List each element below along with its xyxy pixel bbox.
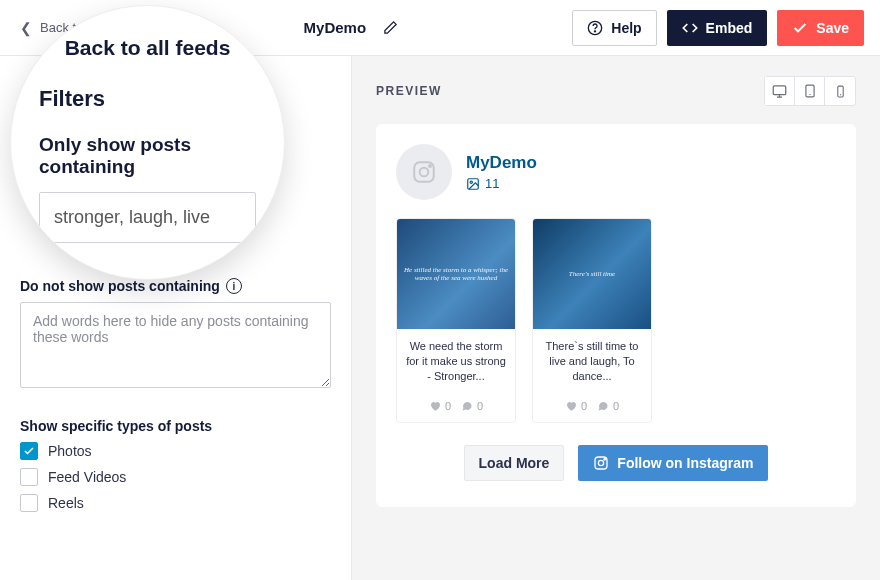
checkbox-label: Feed Videos xyxy=(48,469,126,485)
checkbox-feed-videos[interactable]: Feed Videos xyxy=(20,468,331,486)
load-more-button[interactable]: Load More xyxy=(464,445,565,481)
svg-point-15 xyxy=(599,460,604,465)
embed-button[interactable]: Embed xyxy=(667,10,768,46)
feed-name: MyDemo xyxy=(304,19,367,36)
tablet-icon xyxy=(803,84,817,98)
feed-panel: MyDemo 11 He stilled the storm to a whis… xyxy=(376,124,856,507)
posts-grid: He stilled the storm to a whisper; the w… xyxy=(396,218,836,423)
post-types-heading: Show specific types of posts xyxy=(20,418,331,434)
help-button[interactable]: Help xyxy=(572,10,656,46)
topbar-actions: Help Embed Save xyxy=(572,10,864,46)
lens-show-label: Only show posts containing xyxy=(39,134,256,178)
heart-icon xyxy=(429,400,441,412)
help-icon xyxy=(587,20,603,36)
heart-icon xyxy=(565,400,577,412)
check-icon xyxy=(792,20,808,36)
svg-point-16 xyxy=(604,458,605,459)
checkbox-icon xyxy=(20,442,38,460)
code-icon xyxy=(682,20,698,36)
device-mobile-button[interactable] xyxy=(825,77,855,105)
feed-meta: 11 xyxy=(466,176,537,191)
lens-filters-heading: Filters xyxy=(39,86,256,112)
feed-header: MyDemo 11 xyxy=(396,144,836,200)
hide-posts-label: Do not show posts containing i xyxy=(20,278,331,294)
image-icon xyxy=(466,177,480,191)
feed-count: 11 xyxy=(485,176,499,191)
preview-label: PREVIEW xyxy=(376,84,442,98)
device-tablet-button[interactable] xyxy=(795,77,825,105)
likes: 0 xyxy=(565,400,587,412)
chevron-left-icon: ❮ xyxy=(20,20,32,36)
checkbox-reels[interactable]: Reels xyxy=(20,494,331,512)
post-footer: 0 0 xyxy=(533,394,651,422)
checkbox-icon xyxy=(20,468,38,486)
preview-actions: Load More Follow on Instagram xyxy=(396,445,836,481)
post-footer: 0 0 xyxy=(397,394,515,422)
checkbox-label: Photos xyxy=(48,443,92,459)
desktop-icon xyxy=(772,84,787,99)
svg-point-13 xyxy=(470,181,472,183)
checkbox-label: Reels xyxy=(48,495,84,511)
instagram-icon xyxy=(593,455,609,471)
post-card[interactable]: There's still time There`s still time to… xyxy=(532,218,652,423)
thumb-text: He stilled the storm to a whisper; the w… xyxy=(397,260,515,288)
device-toggle xyxy=(764,76,856,106)
post-caption: We need the storm for it make us strong … xyxy=(397,329,515,394)
preview-area: PREVIEW MyDemo xyxy=(352,56,880,580)
mobile-icon xyxy=(834,85,847,98)
thumb-text: There's still time xyxy=(563,264,621,284)
save-button[interactable]: Save xyxy=(777,10,864,46)
follow-instagram-button[interactable]: Follow on Instagram xyxy=(578,445,768,481)
svg-rect-5 xyxy=(805,85,813,97)
lens-show-input[interactable]: stronger, laugh, live xyxy=(39,192,256,243)
lens-back-label: Back to all feeds xyxy=(39,36,256,60)
zoom-lens-overlay: Back to all feeds Filters Only show post… xyxy=(10,5,285,280)
save-label: Save xyxy=(816,20,849,36)
comment-icon xyxy=(461,400,473,412)
edit-name-button[interactable] xyxy=(376,14,404,42)
instagram-icon xyxy=(411,159,437,185)
avatar xyxy=(396,144,452,200)
hide-posts-input[interactable] xyxy=(20,302,331,388)
svg-rect-2 xyxy=(773,85,786,94)
post-thumbnail: He stilled the storm to a whisper; the w… xyxy=(397,219,515,329)
comments: 0 xyxy=(461,400,483,412)
post-thumbnail: There's still time xyxy=(533,219,651,329)
svg-point-1 xyxy=(595,30,596,31)
info-icon[interactable]: i xyxy=(226,278,242,294)
post-types-field: Show specific types of posts Photos Feed… xyxy=(20,418,331,512)
pencil-icon xyxy=(383,20,398,35)
post-card[interactable]: He stilled the storm to a whisper; the w… xyxy=(396,218,516,423)
post-caption: There`s still time to live and laugh, To… xyxy=(533,329,651,394)
comment-icon xyxy=(597,400,609,412)
svg-point-11 xyxy=(429,165,431,167)
svg-point-10 xyxy=(420,168,429,177)
feed-title[interactable]: MyDemo xyxy=(466,153,537,173)
comments: 0 xyxy=(597,400,619,412)
likes: 0 xyxy=(429,400,451,412)
help-label: Help xyxy=(611,20,641,36)
preview-header: PREVIEW xyxy=(376,76,856,106)
hide-posts-field: Do not show posts containing i xyxy=(20,278,331,392)
checkbox-icon xyxy=(20,494,38,512)
checkbox-photos[interactable]: Photos xyxy=(20,442,331,460)
device-desktop-button[interactable] xyxy=(765,77,795,105)
embed-label: Embed xyxy=(706,20,753,36)
